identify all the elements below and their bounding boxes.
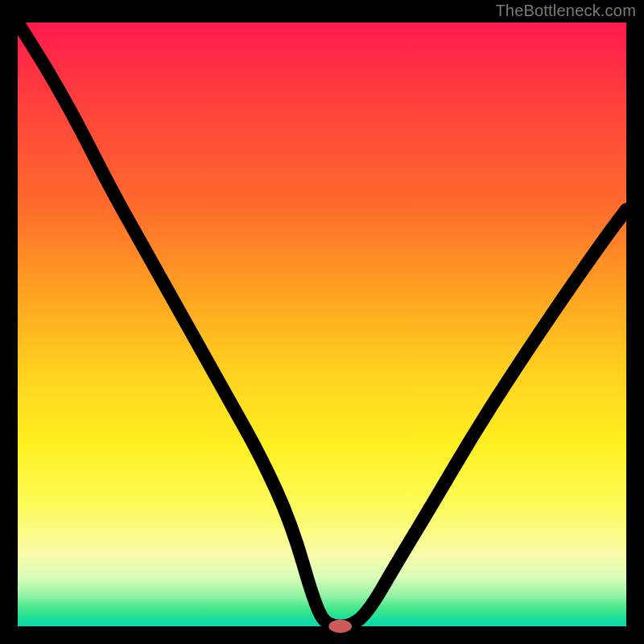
chart-frame: TheBottleneck.com bbox=[0, 0, 644, 644]
bottleneck-curve bbox=[18, 23, 626, 626]
optimum-marker bbox=[328, 620, 352, 634]
watermark-text: TheBottleneck.com bbox=[495, 2, 636, 20]
chart-svg bbox=[18, 23, 626, 626]
plot-area bbox=[18, 23, 626, 626]
